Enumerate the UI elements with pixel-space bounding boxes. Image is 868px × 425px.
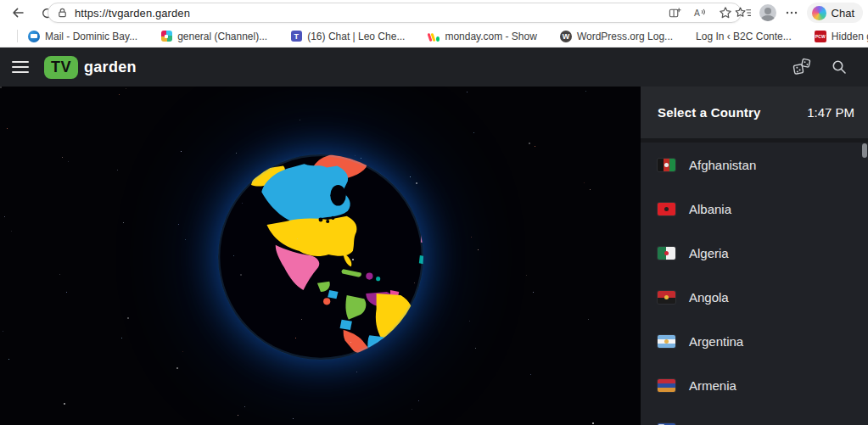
star-dot <box>233 255 234 256</box>
country-list-item[interactable]: Armenia <box>641 363 868 407</box>
bookmark-label: monday.com - Show <box>445 31 537 42</box>
bookmark-favicon-icon <box>28 31 40 42</box>
country-list-item[interactable]: Angola <box>641 275 868 319</box>
star-dot <box>414 282 415 283</box>
favorites-list-icon[interactable] <box>735 6 751 20</box>
copilot-chat-button[interactable]: Chat <box>807 3 863 23</box>
bookmark-label: Log In ‹ B2C Conte... <box>696 31 792 42</box>
lock-icon <box>57 7 68 19</box>
random-channel-dice-icon[interactable] <box>792 58 812 76</box>
bookmark-label: WordPress.org Log... <box>577 31 673 42</box>
scrollbar-thumb[interactable] <box>862 143 867 158</box>
country-name: Argentina <box>689 334 743 349</box>
bookmark-item[interactable]: Log In ‹ B2C Conte... <box>696 31 792 42</box>
country-list-item[interactable]: Algeria <box>641 231 868 275</box>
tv-garden-logo[interactable]: TV garden <box>44 56 137 79</box>
favorite-star-icon[interactable] <box>719 6 732 20</box>
star-dot <box>244 406 245 407</box>
star-dot <box>356 372 357 372</box>
divider <box>17 30 18 42</box>
star-dot <box>121 338 122 338</box>
bookmarks-bar: Mail - Dominic Bay... general (Channel).… <box>0 25 868 48</box>
logo-tv-badge: TV <box>44 56 78 79</box>
star-dot <box>127 317 129 319</box>
country-list-item[interactable]: Argentina <box>641 319 868 363</box>
bookmark-item[interactable]: monday.com - Show <box>428 31 537 42</box>
bookmark-label: Mail - Dominic Bay... <box>45 31 137 42</box>
star-dot <box>3 331 3 332</box>
country-list-item[interactable]: Albania <box>641 187 868 231</box>
star-dot <box>530 374 531 375</box>
star-dot <box>412 409 412 410</box>
star-dot <box>181 151 182 152</box>
star-dot <box>240 274 242 276</box>
country-flag-icon <box>658 379 675 392</box>
star-dot <box>418 400 419 401</box>
bookmark-favicon-icon: W <box>560 31 572 42</box>
country-name: Afghanistan <box>689 158 756 172</box>
bookmark-favicon-icon: T <box>290 31 302 42</box>
bookmark-items: Mail - Dominic Bay... general (Channel).… <box>28 31 868 42</box>
bookmark-favicon-icon: PCW <box>815 31 826 42</box>
star-dot <box>471 237 472 238</box>
star-dot <box>8 359 9 360</box>
back-arrow-icon <box>11 6 25 20</box>
bookmark-item[interactable]: T (16) Chat | Leo Che... <box>290 31 405 42</box>
bookmark-item[interactable]: general (Channel)... <box>160 31 267 42</box>
star-dot <box>533 292 534 293</box>
bookmark-item[interactable]: W WordPress.org Log... <box>560 31 673 42</box>
bookmark-item[interactable]: Mail - Dominic Bay... <box>28 31 137 42</box>
star-dot <box>410 176 411 177</box>
star-dot <box>295 338 296 338</box>
bookmark-favicon-icon <box>428 31 440 42</box>
svg-text:A: A <box>694 8 700 18</box>
star-dot <box>59 274 60 275</box>
country-list-item[interactable]: Afghanistan <box>641 143 868 187</box>
star-dot <box>592 422 594 424</box>
star-dot <box>478 249 479 250</box>
bookmark-item[interactable]: PCW Hidden gems: Thes... <box>815 31 868 42</box>
country-list[interactable]: Afghanistan Albania Algeria Angola Argen… <box>641 143 868 425</box>
star-dot <box>350 342 351 343</box>
more-menu-icon[interactable] <box>785 6 798 20</box>
site-header: TV garden <box>0 48 868 87</box>
read-aloud-icon[interactable]: A <box>693 7 707 20</box>
profile-avatar[interactable] <box>759 4 776 21</box>
star-dot <box>123 222 124 223</box>
search-icon[interactable] <box>831 59 848 75</box>
country-panel-header: Select a Country 1:47 PM <box>641 87 868 138</box>
panel-title: Select a Country <box>658 105 761 120</box>
star-dot <box>585 91 586 92</box>
logo-garden-text: garden <box>84 59 137 76</box>
country-name: Algeria <box>689 246 729 260</box>
star-dot <box>529 143 530 144</box>
url-text[interactable]: https://tvgarden.garden <box>75 7 190 20</box>
star-dot <box>355 155 356 156</box>
star-dot <box>64 403 65 405</box>
country-name: Australia <box>689 422 738 425</box>
country-flag-icon <box>658 203 675 215</box>
star-dot <box>526 275 527 276</box>
star-dot <box>7 128 8 129</box>
country-list-item[interactable]: Australia <box>641 407 868 425</box>
star-dot <box>119 94 120 95</box>
star-dot <box>300 120 300 120</box>
star-dot <box>0 87 2 88</box>
globe-stage <box>0 87 641 425</box>
copilot-icon <box>812 6 826 20</box>
star-dot <box>359 275 360 276</box>
back-button[interactable] <box>7 2 29 24</box>
star-dot <box>178 224 179 225</box>
country-panel: Select a Country 1:47 PM Afghanistan Alb… <box>641 87 868 425</box>
earth-globe[interactable] <box>216 153 425 361</box>
star-dot <box>11 231 12 232</box>
split-screen-icon[interactable] <box>669 7 681 20</box>
bookmark-label: general (Channel)... <box>177 31 267 42</box>
star-dot <box>176 367 178 369</box>
star-dot <box>4 216 5 217</box>
star-dot <box>469 321 470 322</box>
address-bar[interactable]: https://tvgarden.garden A <box>48 3 742 23</box>
country-flag-icon <box>658 247 675 260</box>
hamburger-menu-icon[interactable] <box>12 61 29 74</box>
star-dot <box>535 146 535 147</box>
